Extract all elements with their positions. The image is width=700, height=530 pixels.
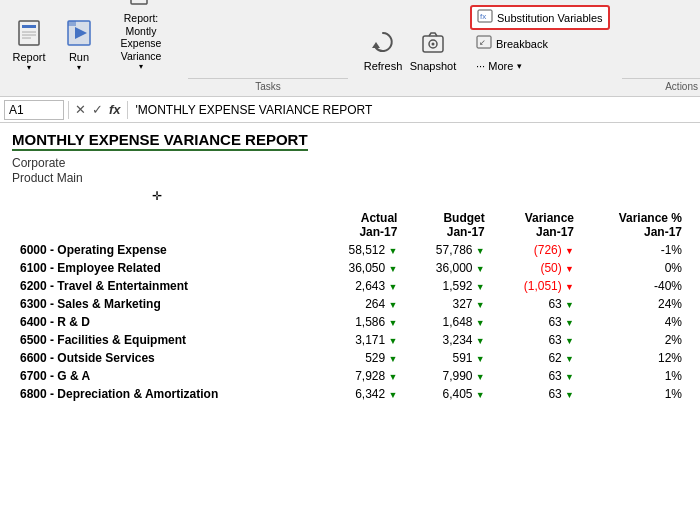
variance-arrow-icon: ▼	[565, 246, 574, 256]
actual-arrow-icon: ▼	[389, 336, 398, 346]
actual-arrow-icon: ▼	[389, 282, 398, 292]
cell-variance: 63 ▼	[491, 385, 580, 403]
cell-budget: 57,786 ▼	[403, 241, 490, 259]
more-label: ··· More	[476, 60, 513, 72]
budget-arrow-icon: ▼	[476, 372, 485, 382]
cell-budget: 6,405 ▼	[403, 385, 490, 403]
run-arrow: ▾	[77, 63, 81, 72]
breakback-button[interactable]: ↙ Breakback	[470, 32, 610, 55]
cross-cursor-indicator: ✛	[152, 189, 688, 203]
budget-arrow-icon: ▼	[476, 300, 485, 310]
report-variance-button[interactable]: Report: MontlyExpense Variance ▾	[106, 4, 176, 76]
subtitle-product: Product Main	[12, 171, 688, 185]
report-variance-icon	[125, 0, 157, 10]
snapshot-label: Snapshot	[410, 60, 456, 72]
svg-point-17	[432, 43, 435, 46]
table-header-row2: Jan-17 Jan-17 Jan-17 Jan-17	[12, 225, 688, 241]
cell-variance: (726) ▼	[491, 241, 580, 259]
variance-arrow-icon: ▼	[565, 300, 574, 310]
col-variancepct-subheader: Jan-17	[580, 225, 688, 241]
svg-marker-14	[372, 42, 380, 48]
actual-arrow-icon: ▼	[389, 246, 398, 256]
refresh-label: Refresh	[364, 60, 403, 72]
more-button[interactable]: ··· More ▾	[470, 57, 610, 75]
table-row: 6100 - Employee Related36,050 ▼36,000 ▼(…	[12, 259, 688, 277]
col-variance-subheader: Jan-17	[491, 225, 580, 241]
variance-arrow-icon: ▼	[565, 318, 574, 328]
table-row: 6600 - Outside Services529 ▼591 ▼62 ▼12%	[12, 349, 688, 367]
cell-account: 6800 - Depreciation & Amortization	[12, 385, 316, 403]
cell-actual: 264 ▼	[316, 295, 403, 313]
variance-arrow-icon: ▼	[565, 264, 574, 274]
cell-budget: 1,592 ▼	[403, 277, 490, 295]
budget-arrow-icon: ▼	[476, 336, 485, 346]
cell-variance: 63 ▼	[491, 295, 580, 313]
run-label: Run	[69, 51, 89, 63]
cell-variance-pct: 2%	[580, 331, 688, 349]
cell-variance: 63 ▼	[491, 367, 580, 385]
cell-variance: 63 ▼	[491, 313, 580, 331]
actual-arrow-icon: ▼	[389, 390, 398, 400]
cell-budget: 3,234 ▼	[403, 331, 490, 349]
table-row: 6000 - Operating Expense58,512 ▼57,786 ▼…	[12, 241, 688, 259]
cell-variance-pct: -1%	[580, 241, 688, 259]
subst-vars-button[interactable]: fx Substitution Variables	[470, 5, 610, 30]
actual-arrow-icon: ▼	[389, 354, 398, 364]
variance-arrow-icon: ▼	[565, 282, 574, 292]
cancel-formula-button[interactable]: ✕	[73, 102, 88, 117]
cell-variance-pct: 24%	[580, 295, 688, 313]
table-row: 6200 - Travel & Entertainment2,643 ▼1,59…	[12, 277, 688, 295]
sheet-content: MONTHLY EXPENSE VARIANCE REPORT Corporat…	[0, 123, 700, 530]
cell-actual: 2,643 ▼	[316, 277, 403, 295]
breakback-label: Breakback	[496, 38, 548, 50]
svg-text:fx: fx	[480, 12, 486, 21]
cell-reference-input[interactable]	[4, 100, 64, 120]
report-icon	[13, 17, 45, 49]
budget-arrow-icon: ▼	[476, 282, 485, 292]
cell-budget: 1,648 ▼	[403, 313, 490, 331]
cell-variance-pct: -40%	[580, 277, 688, 295]
cell-account: 6300 - Sales & Marketing	[12, 295, 316, 313]
formula-bar: ✕ ✓ fx	[0, 97, 700, 123]
col-account-header	[12, 209, 316, 225]
report-arrow: ▾	[27, 63, 31, 72]
cell-account: 6000 - Operating Expense	[12, 241, 316, 259]
cell-variance: 63 ▼	[491, 331, 580, 349]
subst-vars-icon: fx	[477, 9, 493, 26]
variance-arrow-icon: ▼	[565, 336, 574, 346]
cell-actual: 3,171 ▼	[316, 331, 403, 349]
report-button[interactable]: Report ▾	[6, 4, 52, 76]
toolbar: Report ▾ Run ▾	[0, 0, 700, 97]
formula-bar-separator	[68, 101, 69, 119]
cell-actual: 1,586 ▼	[316, 313, 403, 331]
formula-bar-separator2	[127, 101, 128, 119]
refresh-icon	[367, 26, 399, 58]
insert-function-button[interactable]: fx	[107, 102, 123, 117]
report-title: MONTHLY EXPENSE VARIANCE REPORT	[12, 131, 308, 151]
variance-arrow-icon: ▼	[565, 372, 574, 382]
cell-actual: 58,512 ▼	[316, 241, 403, 259]
actual-arrow-icon: ▼	[389, 300, 398, 310]
budget-arrow-icon: ▼	[476, 390, 485, 400]
col-actual-subheader: Jan-17	[316, 225, 403, 241]
cell-variance-pct: 1%	[580, 367, 688, 385]
snapshot-button[interactable]: Snapshot	[410, 4, 456, 76]
table-body: 6000 - Operating Expense58,512 ▼57,786 ▼…	[12, 241, 688, 403]
tasks-group-label: Tasks	[188, 78, 348, 92]
cell-account: 6400 - R & D	[12, 313, 316, 331]
run-button[interactable]: Run ▾	[56, 4, 102, 76]
variance-arrow-icon: ▼	[565, 390, 574, 400]
actual-arrow-icon: ▼	[389, 264, 398, 274]
cell-variance-pct: 4%	[580, 313, 688, 331]
cell-account: 6500 - Facilities & Equipment	[12, 331, 316, 349]
formula-input[interactable]	[132, 103, 696, 117]
table-row: 6400 - R & D1,586 ▼1,648 ▼63 ▼4%	[12, 313, 688, 331]
snapshot-icon	[417, 26, 449, 58]
cell-budget: 327 ▼	[403, 295, 490, 313]
budget-arrow-icon: ▼	[476, 318, 485, 328]
refresh-button[interactable]: Refresh	[360, 4, 406, 76]
confirm-formula-button[interactable]: ✓	[90, 102, 105, 117]
cell-account: 6100 - Employee Related	[12, 259, 316, 277]
cell-actual: 7,928 ▼	[316, 367, 403, 385]
table-row: 6800 - Depreciation & Amortization6,342 …	[12, 385, 688, 403]
